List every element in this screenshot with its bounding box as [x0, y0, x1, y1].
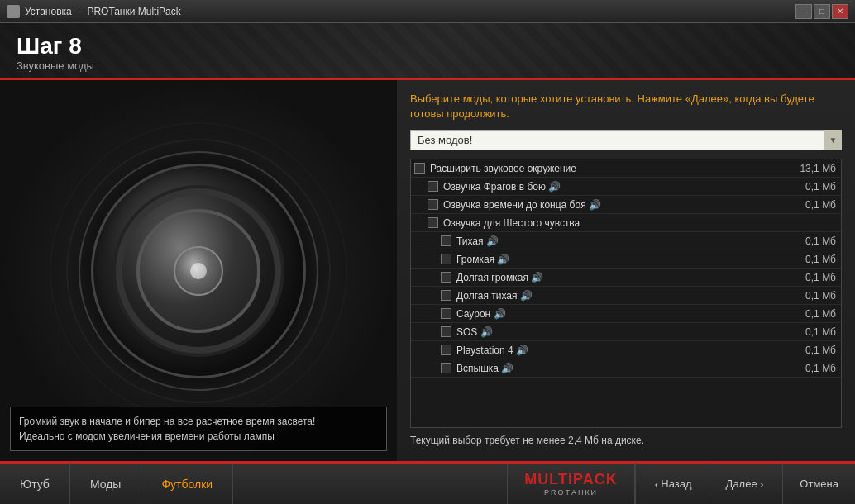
dropdown-container[interactable]: Без модов! ▼ — [410, 130, 842, 150]
list-item[interactable]: Долгая громкая 🔊0,1 Мб — [411, 269, 841, 287]
left-panel: Громкий звук в начале и бипер на все рас… — [0, 80, 397, 461]
mod-checkbox[interactable] — [441, 363, 451, 373]
back-arrow-icon: ‹ — [655, 478, 659, 491]
content-area: Громкий звук в начале и бипер на все рас… — [0, 80, 855, 461]
back-label: Назад — [661, 478, 691, 490]
list-item[interactable]: Playstation 4 🔊0,1 Мб — [411, 341, 841, 359]
mod-size: 0,1 Мб — [805, 326, 836, 338]
back-button[interactable]: ‹ Назад — [635, 463, 709, 505]
mod-size: 0,1 Мб — [805, 290, 836, 302]
bottom-logo: MULTIPACK PROTАНКИ — [507, 463, 634, 505]
step-subtitle: Звуковые моды — [17, 59, 838, 72]
maximize-button[interactable]: □ — [814, 4, 830, 19]
mod-name: Долгая тихая 🔊 — [456, 290, 799, 302]
logo-main: MULTIPACK — [524, 471, 617, 488]
speaker-center — [174, 246, 223, 296]
mod-checkbox[interactable] — [441, 254, 451, 264]
mod-name: Расширить звуковое окружение — [430, 163, 793, 174]
mod-size: 0,1 Мб — [805, 254, 836, 265]
list-item[interactable]: Расширить звуковое окружение13,1 Мб — [411, 159, 841, 178]
logo-multi: MULTI — [524, 471, 573, 487]
title-bar-left: Установка — PROТанки MultiPack — [7, 5, 181, 18]
minimize-button[interactable]: — — [795, 4, 812, 19]
tab-shirts[interactable]: Футболки — [141, 463, 233, 505]
step-number: Шаг 8 — [17, 33, 838, 59]
list-item[interactable]: Вспышка 🔊0,1 Мб — [411, 359, 841, 378]
mod-checkbox[interactable] — [441, 235, 451, 246]
mod-preset-dropdown[interactable]: Без модов! — [410, 130, 842, 150]
close-button[interactable]: ✕ — [832, 4, 848, 19]
chevron-down-icon: ▼ — [824, 130, 842, 150]
mod-size: 0,1 Мб — [805, 235, 836, 247]
mod-size: 13,1 Мб — [800, 163, 836, 174]
list-item[interactable]: Тихая 🔊0,1 Мб — [411, 232, 841, 250]
mod-name: SOS 🔊 — [456, 326, 799, 338]
speaker-outer — [91, 164, 306, 378]
mod-size: 0,1 Мб — [805, 363, 836, 374]
header: Шаг 8 Звуковые моды — [0, 23, 855, 80]
description-box: Громкий звук в начале и бипер на все рас… — [10, 407, 387, 451]
mod-size: 0,1 Мб — [805, 345, 836, 356]
list-item[interactable]: Саурон 🔊0,1 Мб — [411, 305, 841, 323]
mod-name: Саурон 🔊 — [456, 308, 799, 320]
title-bar-text: Установка — PROТанки MultiPack — [25, 6, 181, 17]
speaker-dot — [190, 263, 207, 279]
list-item[interactable]: Озвучка для Шестого чувства — [411, 214, 841, 232]
mod-size: 0,1 Мб — [805, 308, 836, 320]
list-item[interactable]: SOS 🔊0,1 Мб — [411, 323, 841, 341]
cancel-button[interactable]: Отмена — [782, 463, 855, 505]
logo-text: MULTIPACK PROTАНКИ — [524, 471, 617, 497]
next-button[interactable]: Далее › — [709, 463, 783, 505]
mod-checkbox[interactable] — [428, 217, 438, 228]
mod-checkbox[interactable] — [414, 163, 425, 174]
mod-checkbox[interactable] — [441, 326, 451, 337]
mod-name: Долгая громкая 🔊 — [456, 272, 799, 283]
mod-list[interactable]: Расширить звуковое окружение13,1 МбОзвуч… — [410, 159, 842, 428]
next-arrow-icon: › — [760, 478, 764, 491]
logo-pack: PACK — [573, 471, 618, 487]
speaker-ring2 — [136, 209, 260, 333]
title-bar-controls[interactable]: — □ ✕ — [795, 4, 848, 19]
list-item[interactable]: Озвучка Фрагов в бою 🔊0,1 Мб — [411, 178, 841, 196]
mod-checkbox[interactable] — [428, 199, 438, 210]
mod-name: Громкая 🔊 — [456, 254, 799, 265]
bottom-tabs: Ютуб Моды Футболки — [0, 463, 507, 505]
status-bar: Текущий выбор требует не менее 2,4 Мб на… — [410, 428, 842, 449]
main-container: Шаг 8 Звуковые моды Г — [0, 23, 855, 504]
mod-checkbox[interactable] — [441, 290, 451, 301]
speaker-image — [0, 80, 397, 461]
mod-checkbox[interactable] — [441, 272, 451, 283]
mod-size: 0,1 Мб — [805, 181, 836, 193]
description-line1: Громкий звук в начале и бипер на все рас… — [19, 414, 378, 429]
cancel-label: Отмена — [800, 478, 838, 490]
mod-size: 0,1 Мб — [805, 272, 836, 283]
mod-checkbox[interactable] — [428, 181, 438, 192]
list-item[interactable]: Громкая 🔊0,1 Мб — [411, 250, 841, 269]
mod-size: 0,1 Мб — [805, 199, 836, 211]
bottom-bar: Ютуб Моды Футболки MULTIPACK PROTАНКИ ‹ … — [0, 461, 855, 504]
status-text: Текущий выбор требует не менее 2,4 Мб на… — [410, 435, 644, 446]
instruction-text: Выберите моды, которые хотите установить… — [410, 92, 842, 121]
app-icon — [7, 5, 20, 18]
mod-name: Озвучка Фрагов в бою 🔊 — [443, 181, 799, 193]
mod-checkbox[interactable] — [441, 345, 451, 355]
list-item[interactable]: Долгая тихая 🔊0,1 Мб — [411, 287, 841, 305]
mod-name: Вспышка 🔊 — [456, 363, 799, 374]
tab-youtube[interactable]: Ютуб — [0, 463, 70, 505]
next-label: Далее — [726, 478, 757, 490]
mod-name: Playstation 4 🔊 — [456, 345, 799, 356]
tab-mods[interactable]: Моды — [70, 463, 142, 505]
description-line2: Идеально с модом увеличения времени рабо… — [19, 429, 378, 444]
bottom-actions: ‹ Назад Далее › Отмена — [635, 463, 855, 505]
mod-checkbox[interactable] — [441, 308, 451, 319]
mod-name: Тихая 🔊 — [456, 235, 799, 247]
list-item[interactable]: Озвучка времени до конца боя 🔊0,1 Мб — [411, 196, 841, 214]
logo-sub: PROTАНКИ — [524, 488, 617, 497]
title-bar: Установка — PROТанки MultiPack — □ ✕ — [0, 0, 855, 23]
mod-name: Озвучка для Шестого чувства — [443, 217, 836, 229]
mod-name: Озвучка времени до конца боя 🔊 — [443, 199, 799, 211]
right-panel: Выберите моды, которые хотите установить… — [397, 80, 855, 461]
